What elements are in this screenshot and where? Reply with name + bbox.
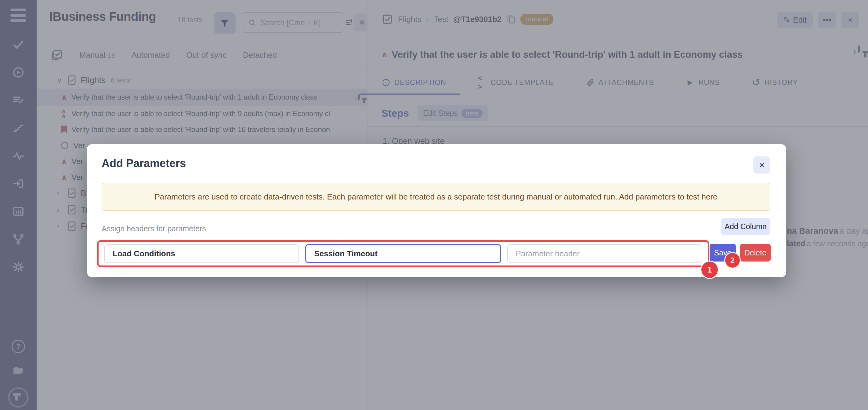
annotation-step-1: 1 — [701, 262, 718, 278]
parameter-header-input-1[interactable] — [104, 244, 299, 263]
info-banner-text: Parameters are used to create data-drive… — [154, 192, 717, 202]
annotation-step-2: 2 — [725, 253, 740, 268]
assign-headers-label: Assign headers for parameters — [102, 224, 206, 233]
add-column-button[interactable]: Add Column — [721, 218, 770, 235]
info-banner: Parameters are used to create data-drive… — [102, 183, 770, 211]
delete-button[interactable]: Delete — [740, 244, 771, 262]
modal-close-button[interactable]: × — [753, 156, 770, 174]
modal-title: Add Parameters — [102, 157, 186, 170]
parameter-headers-row — [97, 240, 709, 267]
app-root: ? IBusiness Funding 18 tests × — [0, 0, 868, 410]
parameter-header-input-3[interactable] — [507, 244, 702, 263]
add-parameters-modal: Add Parameters × Parameters are used to … — [87, 144, 786, 277]
parameter-header-input-2[interactable] — [305, 244, 501, 263]
